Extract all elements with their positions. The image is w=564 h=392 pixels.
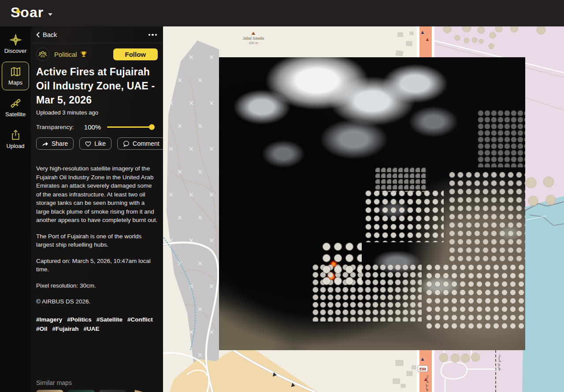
- comment-button[interactable]: Comment: [117, 137, 163, 150]
- sidebar-item-upload[interactable]: Upload: [2, 125, 29, 154]
- similar-map-thumbnail[interactable]: [130, 390, 157, 392]
- tag[interactable]: #Fujairah: [52, 325, 79, 333]
- app: Soar Discover Maps: [0, 0, 564, 392]
- chevron-down-icon[interactable]: [48, 13, 52, 16]
- thumbnail-image: [130, 390, 157, 392]
- group-icon: [38, 50, 47, 59]
- comment-label: Comment: [133, 140, 160, 147]
- share-arrow-icon: [42, 141, 48, 147]
- trophy-icon: [80, 51, 87, 58]
- similar-map-thumbnail[interactable]: [36, 390, 63, 392]
- upload-icon: [10, 129, 22, 141]
- heart-icon: [85, 141, 91, 147]
- chevron-left-icon: [36, 32, 40, 38]
- panel-header-row: Back: [36, 26, 158, 41]
- sea: [522, 196, 564, 392]
- description-paragraph: Very high-resolution satellite imagery o…: [36, 164, 158, 225]
- tank-farm-cluster: [364, 189, 444, 242]
- tag[interactable]: #Oil: [36, 325, 48, 333]
- uploaded-timestamp: Uploaded 3 minutes ago: [36, 109, 158, 116]
- similar-map-thumbnail[interactable]: [67, 390, 95, 392]
- sidebar-item-satellite[interactable]: Satellite: [2, 93, 29, 122]
- similar-maps-list: [36, 390, 158, 392]
- tag[interactable]: #Politics: [67, 315, 92, 324]
- peak-elevation: 330 m: [249, 41, 258, 45]
- tag[interactable]: #Conflict: [127, 315, 153, 324]
- top-header: Soar: [0, 0, 564, 26]
- like-button[interactable]: Like: [79, 137, 111, 150]
- avatar[interactable]: [36, 48, 49, 61]
- description-paragraph: The Port of Fujairah is one of the world…: [36, 232, 158, 249]
- divider: [31, 43, 163, 43]
- tank-farm-cluster: [374, 166, 427, 192]
- back-label: Back: [43, 31, 57, 38]
- tag[interactable]: #UAE: [84, 325, 100, 333]
- tag[interactable]: #Imagery: [36, 315, 62, 324]
- more-options-button[interactable]: [148, 32, 158, 38]
- satellite-image-overlay: [219, 57, 525, 350]
- transparency-label: Transparency:: [36, 124, 74, 130]
- transparency-slider[interactable]: [107, 126, 152, 128]
- share-button[interactable]: Share: [36, 137, 74, 150]
- sidebar-item-label: Upload: [6, 143, 24, 149]
- logo-triangle-icon: [15, 8, 21, 13]
- left-nav: Discover Maps Satellite: [0, 26, 31, 392]
- transparency-value: 100%: [84, 123, 101, 131]
- sidebar-item-label: Maps: [8, 79, 22, 86]
- resolution-info: Pixel resolution: 30cm.: [36, 281, 158, 290]
- map-canvas[interactable]: Jabal Sawda 330 m E99 طريق الميناء طريق …: [163, 26, 564, 392]
- share-label: Share: [52, 140, 68, 147]
- transparency-control: Transparency: 100%: [36, 123, 158, 131]
- soar-logo[interactable]: Soar: [11, 4, 52, 21]
- road-shield-label: E99: [419, 367, 426, 371]
- tank-farm-cluster: [448, 171, 525, 261]
- copyright-info: © AIRBUS DS 2026.: [36, 297, 158, 306]
- tag[interactable]: #Satellite: [96, 315, 122, 324]
- follow-button[interactable]: Follow: [113, 48, 158, 60]
- author-name[interactable]: Political: [54, 51, 77, 58]
- back-button[interactable]: Back: [36, 31, 57, 38]
- author-row: Political Follow: [36, 48, 158, 61]
- sidebar-item-label: Discover: [4, 48, 27, 54]
- maps-icon: [10, 66, 22, 78]
- tank-farm-cluster: [425, 263, 525, 332]
- road-name-arabic: طريق الميناء: [498, 355, 501, 371]
- similar-map-thumbnail[interactable]: [99, 390, 126, 392]
- action-buttons: Share Like Comment: [36, 137, 158, 150]
- comment-bubble-icon: [123, 141, 130, 147]
- hashtags: #Imagery #Politics #Satellite #Conflict …: [36, 315, 158, 333]
- sidebar-item-label: Satellite: [5, 111, 26, 118]
- sidebar-item-maps[interactable]: Maps: [2, 62, 29, 90]
- map-detail-panel: Back Political: [31, 26, 163, 392]
- road-name-arabic: طريق الميناء: [426, 375, 429, 392]
- sidebar-item-discover[interactable]: Discover: [2, 30, 29, 59]
- capture-info: Captured on: March 5, 2026, 10:47am loca…: [36, 257, 158, 274]
- satellite-icon: [10, 97, 22, 109]
- like-label: Like: [94, 140, 106, 147]
- tank-farm-cluster: [321, 241, 362, 286]
- similar-maps-heading: Similar maps: [36, 379, 158, 386]
- description: Very high-resolution satellite imagery o…: [36, 164, 158, 306]
- map-title: Active Fires at Fujairah Oil Industry Zo…: [36, 65, 158, 107]
- tank-farm-cluster: [477, 109, 525, 167]
- slider-thumb[interactable]: [149, 124, 155, 130]
- peak-name: Jabal Sawda: [243, 36, 264, 41]
- discover-star-icon: [10, 34, 22, 46]
